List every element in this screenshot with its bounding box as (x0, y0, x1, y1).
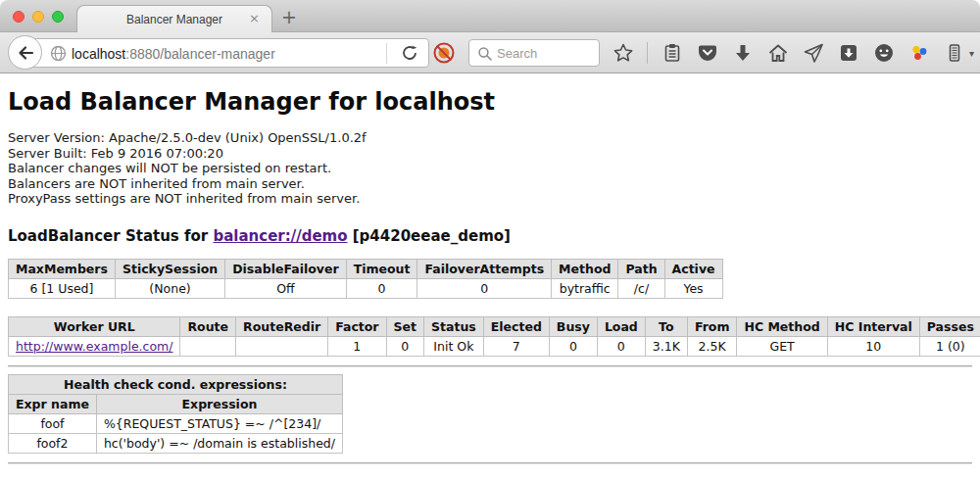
cell-hc-interval: 10 (827, 336, 919, 356)
col-failoverattempts: FailoverAttempts (417, 259, 552, 278)
cell-expression: %{REQUEST_STATUS} =~ /^[234]/ (96, 413, 342, 433)
video-download-icon (838, 42, 859, 64)
inherit-note-line: Balancers are NOT inherited from main se… (8, 176, 972, 192)
close-tab-icon[interactable]: × (249, 11, 260, 25)
smiley-icon (873, 42, 895, 64)
col-passes: Passes (919, 316, 980, 336)
proxypass-note-line: ProxyPass settings are NOT inherited fro… (8, 191, 972, 207)
cell-disablefailover: Off (225, 278, 346, 298)
minimize-window-button[interactable] (32, 11, 44, 23)
url-bar[interactable]: localhost:8880/balancer-manager (25, 38, 429, 68)
battery-panel-icon (944, 42, 965, 64)
col-worker-url: Worker URL (9, 316, 180, 336)
tab-title: Balancer Manager (126, 13, 222, 26)
col-route: Route (180, 316, 236, 336)
col-method: Method (552, 259, 618, 278)
zoom-window-button[interactable] (52, 11, 64, 23)
server-info: Server Version: Apache/2.5.0-dev (Unix) … (8, 130, 972, 207)
cell-status: Init Ok (424, 336, 484, 356)
tab-balancer-manager[interactable]: Balancer Manager × (76, 5, 272, 32)
url-path: :8880/balancer-manager (125, 46, 275, 62)
cell-path: /c/ (618, 278, 664, 298)
page-bottom-divider (8, 462, 972, 464)
download-icon (732, 42, 754, 64)
table-header-row: MaxMembers StickySession DisableFailover… (9, 259, 723, 278)
col-timeout: Timeout (346, 259, 417, 278)
globe-icon (50, 45, 67, 66)
reload-icon (400, 43, 419, 63)
window-controls (13, 11, 64, 23)
page-title: Load Balancer Manager for localhost (8, 88, 972, 116)
balancer-demo-link[interactable]: balancer://demo (213, 227, 347, 245)
col-to: To (645, 316, 687, 336)
col-from: From (687, 316, 737, 336)
col-maxmembers: MaxMembers (9, 259, 116, 278)
send-tab-button[interactable] (802, 42, 824, 65)
table-header-row: Worker URL Route RouteRedir Factor Set S… (9, 316, 980, 336)
col-status: Status (424, 316, 484, 336)
navigation-toolbar: localhost:8880/balancer-manager Search (0, 32, 980, 73)
battery-panel-button[interactable] (943, 42, 965, 65)
table-header-row: Expr name Expression (9, 394, 343, 413)
cell-worker-url: http://www.example.com/ (9, 336, 180, 356)
cell-hc-method: GET (737, 336, 827, 356)
cell-set: 0 (386, 336, 423, 356)
persist-note-line: Balancer changes will NOT be persisted o… (8, 161, 972, 176)
heading-suffix: [p4420eeae_demo] (348, 227, 511, 245)
cell-expression: hc('body') =~ /domain is established/ (96, 433, 342, 453)
tab-bar: Balancer Manager × + (0, 0, 980, 32)
cell-stickysession: (None) (115, 278, 224, 298)
url-host: localhost (72, 46, 125, 62)
server-version-line: Server Version: Apache/2.5.0-dev (Unix) … (8, 130, 972, 146)
cell-busy: 0 (549, 336, 597, 356)
balancer-settings-table: MaxMembers StickySession DisableFailover… (8, 259, 723, 299)
cell-timeout: 0 (346, 278, 417, 298)
reading-list-button[interactable] (661, 42, 683, 65)
home-button[interactable] (766, 42, 789, 65)
cell-to: 3.1K (645, 336, 687, 356)
server-built-line: Server Built: Feb 9 2016 07:00:20 (8, 146, 972, 162)
cell-factor: 1 (328, 336, 386, 356)
video-download-button[interactable] (837, 42, 859, 65)
feedback-smiley-button[interactable] (872, 42, 895, 65)
cell-method: bytraffic (552, 278, 618, 298)
back-button[interactable] (8, 35, 42, 70)
search-bar[interactable]: Search (468, 39, 600, 67)
toolbar-separator (647, 42, 648, 64)
bookmark-star-button[interactable] (612, 42, 634, 65)
cell-elected: 7 (483, 336, 549, 356)
pocket-button[interactable] (696, 42, 718, 65)
col-busy: Busy (549, 316, 597, 336)
health-table-title: Health check cond. expressions: (9, 374, 343, 394)
heading-prefix: LoadBalancer Status for (8, 227, 213, 245)
colored-dots-extension-button[interactable] (907, 42, 930, 65)
col-load: Load (597, 316, 645, 336)
image-blocked-extension-button[interactable] (432, 41, 456, 69)
cell-route (180, 336, 236, 356)
cell-routeredir (236, 336, 328, 356)
col-factor: Factor (328, 316, 386, 336)
worker-url-link[interactable]: http://www.example.com/ (16, 339, 172, 354)
cell-from: 2.5K (687, 336, 737, 356)
reload-button[interactable] (400, 43, 419, 67)
new-tab-button[interactable]: + (281, 6, 297, 27)
image-blocked-icon (432, 41, 456, 65)
table-row: 6 [1 Used] (None) Off 0 0 bytraffic /c/ … (9, 278, 723, 298)
downloads-button[interactable] (731, 42, 754, 65)
col-hc-interval: HC Interval (827, 316, 919, 336)
worker-row: http://www.example.com/ 1 0 Init Ok 7 0 … (9, 336, 980, 356)
close-window-button[interactable] (13, 11, 24, 23)
page-content: Load Balancer Manager for localhost Serv… (0, 73, 980, 481)
url-text[interactable]: localhost:8880/balancer-manager (72, 46, 275, 62)
colored-dots-icon (908, 42, 930, 64)
url-divider (386, 43, 387, 64)
cell-maxmembers: 6 [1 Used] (9, 278, 116, 298)
dropdown-caret-icon[interactable]: ▾ (969, 48, 974, 59)
back-icon (16, 43, 35, 63)
table-title-row: Health check cond. expressions: (9, 374, 343, 394)
cell-active: Yes (664, 278, 722, 298)
cell-expr-name: foof (9, 413, 97, 433)
search-icon (477, 46, 493, 66)
cell-failoverattempts: 0 (417, 278, 552, 298)
health-row: foof2 hc('body') =~ /domain is establish… (9, 433, 343, 453)
